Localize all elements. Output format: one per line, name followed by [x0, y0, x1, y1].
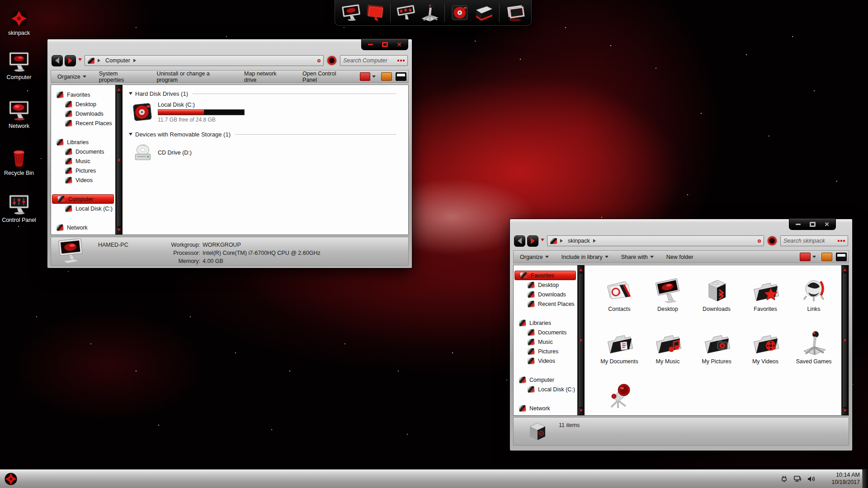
taskbar-clock[interactable]: 10:14 AM 10/19/2017 [831, 471, 860, 486]
breadcrumb[interactable]: skinpack [547, 235, 764, 246]
breadcrumb-item[interactable]: Computer [105, 57, 130, 64]
scroll-up-icon[interactable] [116, 85, 122, 92]
desktop-icon-computer[interactable]: Computer [0, 50, 38, 80]
group-header-removable[interactable]: Devices with Removable Storage (1) [129, 131, 406, 138]
nav-network[interactable]: Network [51, 223, 115, 232]
nav-computer[interactable]: Computer [514, 375, 577, 385]
nav-downloads[interactable]: Downloads [51, 109, 115, 118]
content-scrollbar[interactable] [841, 265, 849, 415]
organize-button[interactable]: Organize [514, 251, 555, 263]
forward-button[interactable] [65, 55, 76, 66]
scrollbar-thumb[interactable] [116, 93, 122, 227]
back-button[interactable] [514, 235, 525, 247]
scroll-down-icon[interactable] [842, 408, 848, 415]
recent-pages-dropdown-icon[interactable] [78, 58, 82, 63]
grid-item-saved-games[interactable]: Saved Games [790, 324, 838, 365]
grid-item-my-pictures[interactable]: My Pictures [693, 324, 741, 365]
nav-recent-places[interactable]: Recent Places [514, 299, 577, 309]
nav-videos[interactable]: Videos [514, 356, 577, 366]
collapse-icon[interactable] [129, 133, 132, 137]
desktop-icon-control-panel[interactable]: Control Panel [0, 192, 38, 223]
search-box[interactable]: Search skinpack [780, 235, 848, 246]
new-folder-button[interactable]: New folder [660, 251, 700, 263]
nav-libraries[interactable]: Libraries [514, 318, 577, 328]
hard-disk-icon[interactable] [448, 3, 472, 23]
nav-pictures[interactable]: Pictures [514, 347, 577, 356]
minimize-button[interactable] [364, 41, 376, 48]
nav-videos[interactable]: Videos [51, 175, 115, 185]
nav-documents[interactable]: Documents [514, 328, 577, 337]
nav-libraries[interactable]: Libraries [51, 137, 115, 147]
scrollbar-thumb[interactable] [578, 273, 584, 408]
grid-item-searches[interactable] [595, 376, 643, 411]
breadcrumb[interactable]: Computer [85, 55, 324, 66]
nav-downloads[interactable]: Downloads [514, 290, 577, 299]
collapse-icon[interactable] [129, 92, 132, 97]
nav-pictures[interactable]: Pictures [51, 166, 115, 175]
drive-item-local-disk[interactable]: Local Disk (C:) 11.7 GB free of 24.8 GB [132, 102, 406, 123]
views-dropdown-icon[interactable] [812, 256, 816, 260]
show-desktop-button[interactable] [862, 469, 868, 488]
scroll-down-icon[interactable] [116, 228, 122, 234]
search-box[interactable]: Search Computer [340, 55, 408, 66]
start-button[interactable] [3, 471, 19, 487]
help-layout-icon[interactable] [836, 253, 847, 261]
restore-button[interactable] [379, 41, 391, 48]
grid-item-my-documents[interactable]: My Documents [595, 324, 643, 365]
refresh-button[interactable] [327, 56, 336, 65]
scrollbar-thumb[interactable] [842, 273, 848, 408]
folder-window-icon[interactable] [503, 3, 527, 23]
nav-local-disk[interactable]: Local Disk (C:) [51, 204, 115, 213]
views-icon[interactable] [360, 72, 371, 81]
desktop-icon-recycle-bin[interactable]: Recycle Bin [0, 145, 38, 176]
grid-item-my-videos[interactable]: My Videos [741, 324, 789, 365]
views-dropdown-icon[interactable] [372, 75, 376, 80]
nav-documents[interactable]: Documents [51, 147, 115, 156]
grid-item-contacts[interactable]: Contacts [595, 272, 643, 312]
preview-pane-icon[interactable] [821, 253, 832, 261]
back-button[interactable] [52, 55, 63, 66]
system-properties-button[interactable]: System properties [93, 70, 151, 83]
nav-network[interactable]: Network [514, 404, 577, 413]
share-with-button[interactable]: Share with [615, 251, 660, 263]
removable-drive-icon[interactable] [472, 3, 495, 23]
grid-item-desktop[interactable]: Desktop [644, 272, 692, 312]
joystick-icon[interactable] [418, 3, 441, 23]
red-display-icon[interactable] [363, 3, 387, 23]
minimize-button[interactable] [792, 221, 804, 228]
grid-item-favorites[interactable]: Favorites [741, 272, 789, 312]
nav-scrollbar[interactable] [115, 85, 123, 235]
scroll-up-icon[interactable] [578, 266, 584, 272]
nav-music[interactable]: Music [51, 156, 115, 166]
views-icon[interactable] [800, 253, 811, 261]
refresh-button[interactable] [768, 236, 777, 245]
preview-pane-icon[interactable] [381, 72, 392, 81]
help-layout-icon[interactable] [396, 72, 406, 81]
nav-desktop[interactable]: Desktop [514, 280, 577, 290]
nav-music[interactable]: Music [514, 337, 577, 347]
include-in-library-button[interactable]: Include in library [555, 251, 615, 263]
recent-pages-dropdown-icon[interactable] [541, 239, 544, 243]
grid-item-my-music[interactable]: My Music [644, 324, 692, 365]
forward-button[interactable] [527, 235, 538, 247]
desktop-icon-skinpack[interactable]: skinpack [0, 5, 38, 36]
scroll-down-icon[interactable] [578, 408, 584, 415]
desktop-monitor-icon[interactable] [340, 3, 363, 23]
map-network-drive-button[interactable]: Map network drive [238, 70, 296, 83]
open-control-panel-button[interactable]: Open Control Panel [296, 70, 358, 83]
speaker-icon[interactable] [807, 475, 816, 483]
restore-button[interactable] [807, 221, 818, 228]
close-button[interactable]: ✕ [821, 221, 833, 228]
grid-item-downloads[interactable]: Downloads [693, 272, 741, 312]
power-plug-icon[interactable] [780, 475, 788, 483]
desktop-icon-network[interactable]: Network [0, 99, 38, 129]
organize-button[interactable]: Organize [51, 70, 93, 83]
nav-local-disk[interactable]: Local Disk (C:) [514, 385, 577, 394]
nav-desktop[interactable]: Desktop [51, 99, 115, 109]
breadcrumb-item[interactable]: skinpack [568, 238, 590, 244]
group-header-hdd[interactable]: Hard Disk Drives (1) [129, 90, 406, 97]
nav-recent-places[interactable]: Recent Places [51, 118, 115, 128]
drive-item-cd[interactable]: CD Drive (D:) [132, 142, 406, 163]
network-icon[interactable] [793, 475, 802, 483]
close-button[interactable]: ✕ [393, 41, 405, 48]
